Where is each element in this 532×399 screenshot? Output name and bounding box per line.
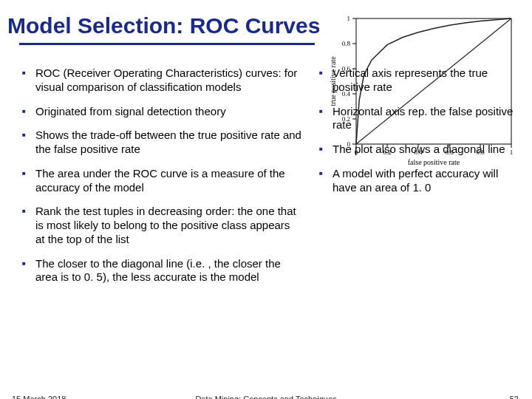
left-column: ROC (Receiver Operating Characteristics)… — [0, 66, 310, 377]
list-item: Vertical axis represents the true positi… — [315, 66, 525, 95]
x-axis-label: false positive rate — [408, 158, 460, 166]
list-item: The plot also shows a diagonal line — [315, 143, 525, 157]
list-item: A model with perfect accuracy will have … — [315, 167, 525, 195]
footer-page: 52 — [510, 395, 519, 399]
svg-text:1: 1 — [347, 15, 351, 22]
right-column: 0 0.2 0.4 0.6 0.8 1 0 0.2 0.4 0.6 0.8 — [310, 66, 532, 377]
list-item: Rank the test tuples in decreasing order… — [18, 205, 301, 246]
svg-text:0.8: 0.8 — [342, 40, 351, 47]
list-item: ROC (Receiver Operating Characteristics)… — [18, 66, 301, 95]
list-item: Originated from signal detection theory — [18, 105, 301, 119]
list-item: The area under the ROC curve is a measur… — [18, 167, 301, 195]
list-item: Horizontal axis rep. the false positive … — [315, 105, 525, 133]
content-area: ROC (Receiver Operating Characteristics)… — [0, 66, 532, 377]
list-item: The closer to the diagonal line (i.e. , … — [18, 257, 301, 285]
footer-center: Data Mining: Concepts and Techniques — [0, 395, 532, 399]
list-item: Shows the trade-off between the true pos… — [18, 129, 301, 157]
title-underline — [19, 43, 315, 45]
right-bullet-list: Vertical axis represents the true positi… — [315, 66, 525, 194]
left-bullet-list: ROC (Receiver Operating Characteristics)… — [18, 66, 301, 284]
